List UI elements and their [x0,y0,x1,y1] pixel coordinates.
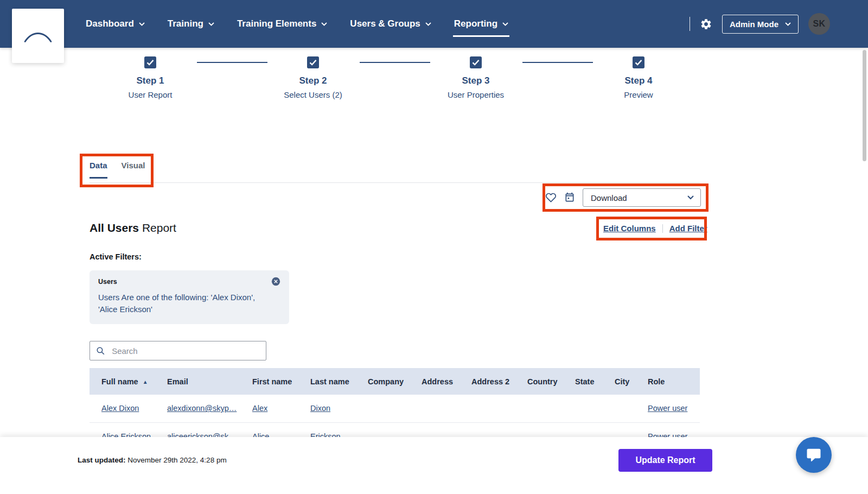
edit-columns-link[interactable]: Edit Columns [603,224,656,233]
step-connector [197,62,267,63]
checked-checkbox-icon [144,56,156,71]
column-header-city[interactable]: City [606,368,639,395]
chevron-down-icon [502,22,508,26]
chevron-down-icon [425,22,431,26]
chevron-down-icon [139,22,145,26]
step-2-title: Step 2 [232,75,394,86]
address-cell [413,395,463,422]
tab-data[interactable]: Data [90,161,107,179]
column-header-country[interactable]: Country [519,368,566,395]
chevron-down-icon [321,22,327,26]
column-header-company[interactable]: Company [359,368,413,395]
full-name-link[interactable]: Alex Dixon [101,404,139,413]
table-header-row: Full name▲ Email First name Last name Co… [90,368,700,395]
column-header-full-name[interactable]: Full name▲ [90,368,158,395]
search-input[interactable] [111,346,260,356]
main-menu: Dashboard Training Training Elements Use… [86,18,508,29]
page-title-rest: Report [142,221,176,234]
step-3-title: Step 3 [394,75,557,86]
step-3-subtitle: User Properties [394,90,557,99]
chevron-down-icon [785,22,791,26]
chevron-down-icon [208,22,214,26]
remove-filter-icon[interactable] [271,277,280,286]
logo-swoosh-icon [19,24,57,47]
column-header-address2[interactable]: Address 2 [463,368,519,395]
wizard-stepper: Step 1 User Report Step 2 Select Users (… [69,56,720,99]
top-navigation: Dashboard Training Training Elements Use… [0,0,868,48]
admin-mode-button[interactable]: Admin Mode [722,15,799,34]
last-updated-value: November 29th 2022, 4:28 pm [127,456,226,464]
nav-dashboard[interactable]: Dashboard [86,18,145,29]
filter-chip-description: Users Are one of the following: 'Alex Di… [98,292,280,315]
city-cell [606,395,639,422]
update-report-button[interactable]: Update Report [618,449,712,472]
nav-dashboard-label: Dashboard [86,18,134,29]
download-dropdown[interactable]: Download [583,188,701,207]
chat-launcher-button[interactable] [796,437,832,473]
state-cell [566,395,606,422]
column-header-first-name[interactable]: First name [244,368,302,395]
table-action-links: Edit Columns Add Filter [603,224,707,233]
step-2-subtitle: Select Users (2) [232,90,394,99]
nav-training[interactable]: Training [168,18,214,29]
nav-training-elements[interactable]: Training Elements [237,18,327,29]
email-link[interactable]: alexdixonn@skyp… [167,404,237,413]
app-logo[interactable] [12,9,64,63]
footer-bar: Last updated: November 29th 2022, 4:28 p… [0,437,868,494]
nav-training-elements-label: Training Elements [237,18,316,29]
role-link[interactable]: Power user [648,404,687,413]
column-header-state[interactable]: State [566,368,606,395]
admin-mode-label: Admin Mode [730,20,778,29]
filter-chip-name: Users [98,278,117,286]
search-box [90,341,266,360]
checked-checkbox-icon [470,56,482,71]
nav-users-groups[interactable]: Users & Groups [350,18,431,29]
column-header-last-name[interactable]: Last name [302,368,359,395]
column-header-role[interactable]: Role [639,368,700,395]
chevron-down-icon [687,195,694,200]
step-4-title: Step 4 [557,75,720,86]
settings-gear-icon[interactable] [700,18,712,30]
nav-divider [690,17,690,31]
active-filters-label: Active Filters: [90,252,142,261]
last-name-link[interactable]: Dixon [310,404,330,413]
vertical-scrollbar-thumb[interactable] [863,50,866,161]
checked-checkbox-icon [307,56,319,71]
search-icon [95,345,105,356]
step-1-title: Step 1 [69,75,232,86]
page-title-bold: All Users [90,221,139,234]
nav-training-label: Training [168,18,203,29]
step-connector [522,62,593,63]
country-cell [519,395,566,422]
column-label: Full name [101,377,138,386]
table-row: Alex Dixon alexdixonn@skyp… Alex Dixon P… [90,395,700,422]
page-title: All Users Report [90,221,176,235]
download-dropdown-value: Download [591,193,627,202]
first-name-link[interactable]: Alex [252,404,267,413]
nav-reporting-label: Reporting [454,18,497,29]
step-4-subtitle: Preview [557,90,720,99]
report-toolbar: Download [545,188,701,207]
filter-chip-header: Users [98,277,280,286]
column-header-email[interactable]: Email [158,368,244,395]
sort-ascending-icon: ▲ [143,379,148,385]
nav-reporting[interactable]: Reporting [454,18,508,29]
last-updated-label: Last updated: [78,456,126,464]
tab-visual[interactable]: Visual [122,161,145,179]
last-updated: Last updated: November 29th 2022, 4:28 p… [78,456,227,464]
address2-cell [463,395,519,422]
schedule-calendar-icon[interactable] [564,192,575,203]
links-divider [662,224,663,233]
favorite-heart-icon[interactable] [545,192,557,203]
tabs-divider [90,182,700,183]
user-avatar[interactable]: SK [808,13,830,35]
add-filter-link[interactable]: Add Filter [669,224,707,233]
checked-checkbox-icon [633,56,644,71]
chat-bubble-icon [806,447,822,463]
nav-right-controls: Admin Mode SK [690,13,830,35]
column-header-address[interactable]: Address [413,368,463,395]
filter-chip-users: Users Users Are one of the following: 'A… [90,270,289,324]
company-cell [359,395,413,422]
nav-users-groups-label: Users & Groups [350,18,420,29]
step-connector [360,62,430,63]
